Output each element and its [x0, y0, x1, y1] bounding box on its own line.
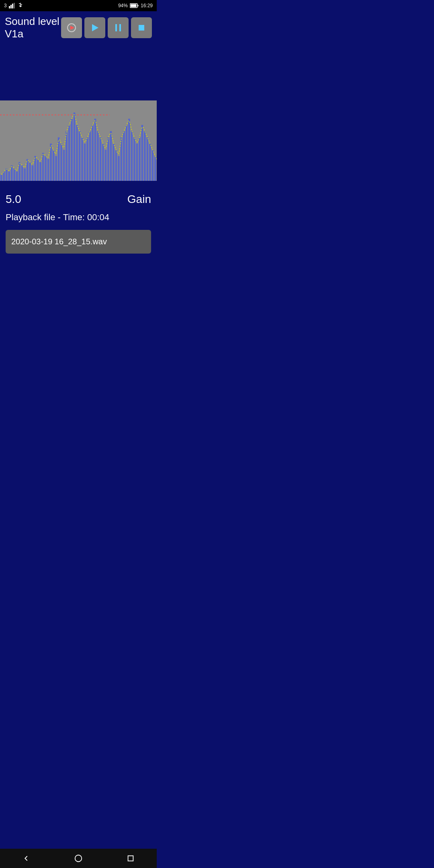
gain-value: 5.0 — [6, 193, 21, 206]
svg-rect-2 — [12, 4, 13, 8]
status-left: 3 — [4, 3, 23, 8]
svg-marker-9 — [92, 24, 98, 31]
status-right: 94% 16:29 — [118, 3, 153, 8]
gain-row: 5.0 Gain — [6, 193, 151, 206]
play-button[interactable] — [84, 17, 105, 38]
svg-rect-12 — [139, 25, 144, 31]
filename-box[interactable]: 2020-03-19 16_28_15.wav — [6, 230, 151, 254]
svg-marker-8 — [70, 26, 74, 30]
app-title: Sound level V1a — [5, 15, 61, 40]
info-section: 5.0 Gain Playback file - Time: 00:04 202… — [0, 181, 157, 258]
play-icon — [89, 22, 100, 33]
svg-rect-11 — [119, 24, 121, 31]
header: Sound level V1a — [0, 11, 157, 44]
battery-text: 94% — [118, 3, 128, 8]
signal-icon — [9, 3, 16, 8]
battery-icon — [130, 3, 139, 8]
record-icon — [66, 22, 77, 33]
svg-rect-10 — [115, 24, 117, 31]
record-button[interactable] — [61, 17, 82, 38]
waveform-canvas — [0, 100, 157, 181]
signal-strength: 3 — [4, 3, 7, 8]
pause-icon — [113, 22, 124, 33]
stop-button[interactable] — [131, 17, 152, 38]
waveform-container — [0, 100, 157, 181]
status-bar: 3 94% 16:29 — [0, 0, 157, 11]
svg-rect-3 — [14, 3, 15, 8]
usb-icon — [18, 3, 23, 8]
svg-rect-0 — [9, 6, 10, 8]
svg-rect-5 — [130, 4, 136, 7]
controls — [61, 17, 152, 38]
time-display: 16:29 — [141, 3, 153, 8]
svg-rect-6 — [137, 5, 138, 6]
stop-icon — [136, 22, 147, 33]
svg-rect-1 — [10, 5, 12, 8]
playback-time: Playback file - Time: 00:04 — [6, 212, 151, 223]
pause-button[interactable] — [108, 17, 129, 38]
gain-label: Gain — [127, 193, 151, 206]
